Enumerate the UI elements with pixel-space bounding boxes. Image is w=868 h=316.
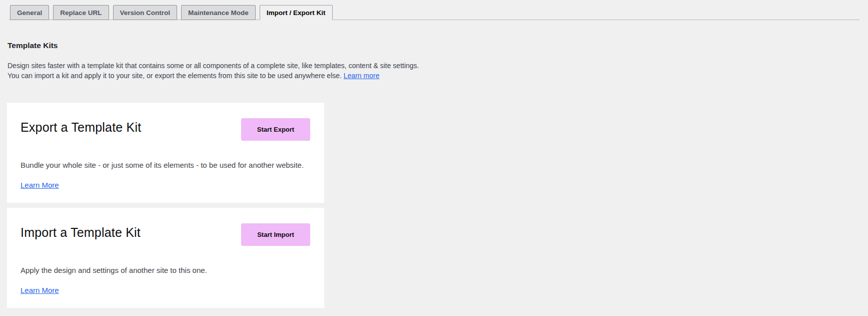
export-kit-card: Export a Template Kit Start Export Bundl… (7, 103, 324, 203)
settings-tab-bar: General Replace URL Version Control Main… (9, 5, 859, 20)
tab-version-control[interactable]: Version Control (113, 5, 178, 20)
tab-import-export-kit[interactable]: Import / Export Kit (260, 5, 333, 20)
section-description: Design sites faster with a template kit … (8, 61, 868, 81)
import-kit-card: Import a Template Kit Start Import Apply… (7, 208, 324, 308)
import-card-title: Import a Template Kit (21, 223, 141, 240)
tab-maintenance-mode[interactable]: Maintenance Mode (181, 5, 256, 20)
page-title: Template Kits (8, 41, 868, 50)
learn-more-link[interactable]: Learn more (344, 72, 380, 80)
template-kit-cards: Export a Template Kit Start Export Bundl… (7, 103, 324, 308)
description-line-2: You can import a kit and apply it to you… (8, 71, 868, 81)
start-import-button[interactable]: Start Import (241, 223, 310, 246)
description-line-2-text: You can import a kit and apply it to you… (8, 72, 342, 80)
import-export-panel: Template Kits Design sites faster with a… (0, 41, 868, 308)
import-card-description: Apply the design and settings of another… (21, 266, 310, 274)
description-line-1: Design sites faster with a template kit … (8, 61, 868, 71)
start-export-button[interactable]: Start Export (241, 118, 310, 141)
import-card-header: Import a Template Kit Start Import (21, 223, 310, 246)
export-card-title: Export a Template Kit (21, 118, 141, 135)
export-learn-more-link[interactable]: Learn More (21, 181, 59, 189)
export-card-header: Export a Template Kit Start Export (21, 118, 310, 141)
import-learn-more-link[interactable]: Learn More (21, 286, 59, 294)
tab-general[interactable]: General (10, 5, 49, 20)
export-card-description: Bundle your whole site - or just some of… (21, 161, 310, 169)
tab-replace-url[interactable]: Replace URL (53, 5, 109, 20)
